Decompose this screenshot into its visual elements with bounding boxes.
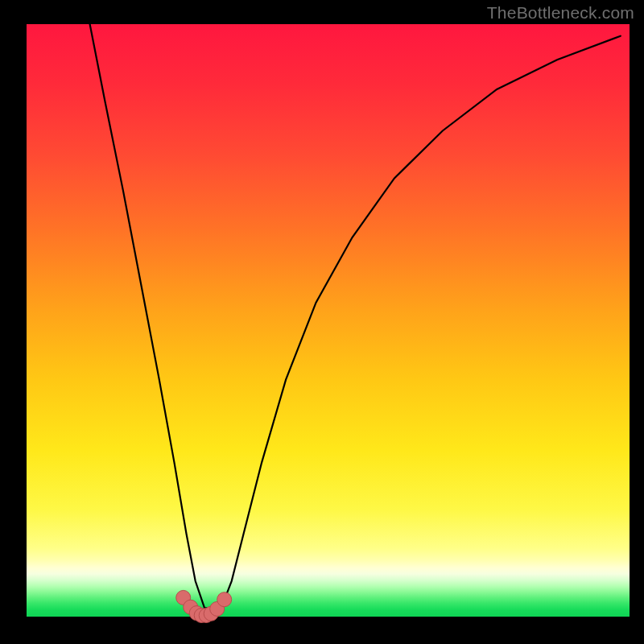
bottleneck-chart [0, 0, 644, 644]
plot-area [27, 24, 630, 617]
optimal-marker [217, 592, 232, 607]
watermark-text: TheBottleneck.com [487, 3, 634, 23]
chart-frame: TheBottleneck.com [0, 0, 644, 644]
